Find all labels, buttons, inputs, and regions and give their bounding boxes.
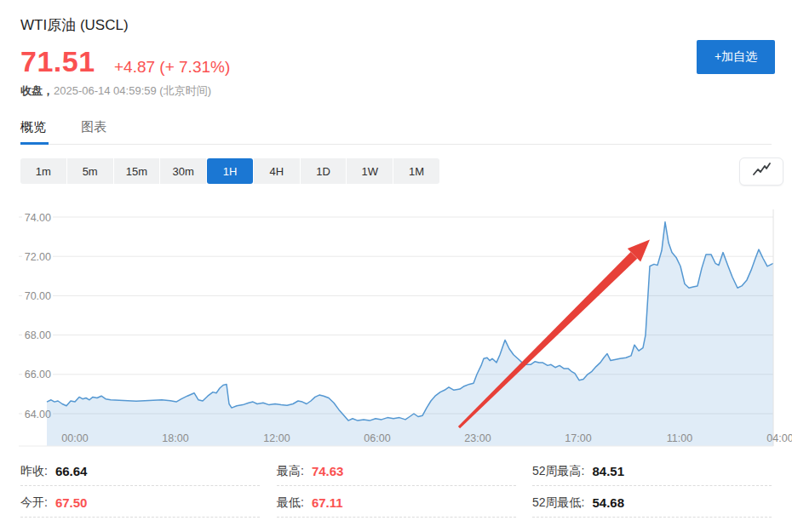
interval-button-1D[interactable]: 1D (301, 158, 347, 184)
stat-52w-high: 52周最高: 84.51 (532, 457, 772, 486)
market-status-label: 收盘， (20, 84, 54, 97)
price-chart-canvas: 74.0072.0070.0068.0066.0064.0000:0018:00… (0, 204, 792, 451)
line-chart-icon (751, 163, 772, 180)
stat-value: 66.64 (55, 464, 88, 478)
stat-value: 84.51 (592, 464, 624, 478)
x-axis-label: 23:00 (464, 432, 491, 444)
stat-label: 52周最高: (532, 464, 584, 479)
stat-52w-low: 52周最低: 54.68 (532, 489, 772, 518)
tab-bar-divider (20, 144, 772, 145)
interval-button-5m[interactable]: 5m (67, 158, 113, 184)
price-area-fill (47, 222, 773, 446)
tab-chart[interactable]: 图表 (81, 119, 106, 135)
price-change: +4.87 (+ 7.31%) (114, 58, 230, 77)
tab-bar: 概览 图表 (20, 119, 106, 135)
tab-overview[interactable]: 概览 (20, 119, 46, 135)
x-axis-label: 18:00 (162, 432, 188, 444)
stat-label: 今开: (20, 495, 48, 511)
interval-button-4H[interactable]: 4H (254, 158, 300, 184)
y-axis-label: 72.00 (25, 251, 51, 263)
y-axis-label: 70.00 (25, 290, 51, 302)
interval-button-30m[interactable]: 30m (160, 158, 206, 184)
interval-selector: 1m5m15m30m1H4H1D1W1M (20, 158, 439, 184)
chart-style-button[interactable] (739, 157, 783, 186)
stat-value: 74.63 (312, 464, 344, 478)
x-axis-label: 17:00 (565, 432, 591, 444)
stat-label: 昨收: (20, 464, 48, 479)
last-price: 71.51 (20, 45, 95, 78)
interval-button-15m[interactable]: 15m (114, 158, 160, 184)
market-status-line: 收盘，2025-06-14 04:59:59 (北京时间) (20, 83, 211, 99)
interval-button-1m[interactable]: 1m (20, 158, 66, 184)
y-axis-label: 66.00 (25, 369, 51, 380)
x-axis-label: 00:00 (61, 432, 88, 444)
x-axis-label: 11:00 (667, 432, 692, 444)
stat-value: 54.68 (592, 495, 624, 510)
quote-timestamp: 2025-06-14 04:59:59 (北京时间) (54, 84, 211, 97)
x-axis-label: 12:00 (263, 432, 290, 444)
stat-label: 52周最低: (532, 495, 584, 511)
y-axis-label: 68.00 (25, 329, 51, 341)
stat-prev-close: 昨收: 66.64 (20, 457, 260, 486)
interval-button-1H[interactable]: 1H (207, 158, 253, 184)
stat-high: 最高: 74.63 (277, 457, 516, 486)
stat-low: 最低: 67.11 (277, 489, 516, 518)
x-axis-label: 04:00 (766, 432, 792, 444)
add-watchlist-button[interactable]: +加自选 (697, 40, 775, 74)
page-title: WTI原油 (USCL) (20, 15, 129, 35)
quote-page: WTI原油 (USCL) 71.51 +4.87 (+ 7.31%) 收盘，20… (0, 0, 792, 532)
interval-button-1M[interactable]: 1M (393, 158, 439, 184)
y-axis-label: 74.00 (25, 212, 51, 224)
active-tab-underline (20, 142, 49, 145)
stat-label: 最低: (277, 495, 304, 511)
stat-value: 67.11 (312, 495, 343, 510)
stat-open: 今开: 67.50 (20, 489, 260, 518)
price-chart[interactable]: 74.0072.0070.0068.0066.0064.0000:0018:00… (0, 204, 792, 451)
stat-value: 67.50 (55, 495, 88, 510)
stat-label: 最高: (277, 464, 304, 479)
interval-button-1W[interactable]: 1W (347, 158, 393, 184)
x-axis-label: 06:00 (364, 432, 390, 444)
